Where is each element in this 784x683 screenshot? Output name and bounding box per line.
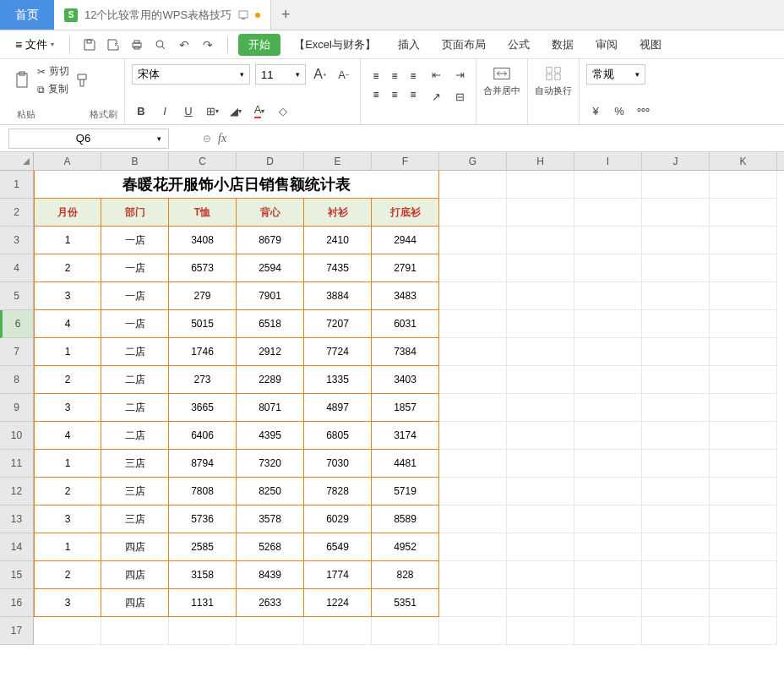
- cell[interactable]: [439, 254, 507, 282]
- align-left-icon[interactable]: ≡: [368, 86, 384, 103]
- table-cell[interactable]: 三店: [101, 450, 169, 478]
- cell[interactable]: [507, 227, 574, 254]
- table-cell[interactable]: 828: [372, 561, 439, 589]
- fx-icon[interactable]: fx: [218, 132, 226, 145]
- table-cell[interactable]: 4: [34, 422, 101, 450]
- cell[interactable]: [574, 450, 642, 478]
- cell[interactable]: [642, 533, 710, 561]
- cell[interactable]: [574, 338, 642, 366]
- cell[interactable]: [439, 338, 507, 366]
- row-header[interactable]: 2: [0, 199, 34, 227]
- cell[interactable]: [710, 310, 777, 338]
- cell[interactable]: [710, 171, 777, 199]
- table-cell[interactable]: 2633: [237, 589, 304, 617]
- table-cell[interactable]: 二店: [101, 394, 169, 422]
- cell[interactable]: [507, 338, 574, 366]
- table-cell[interactable]: 279: [169, 282, 237, 310]
- cell[interactable]: [169, 617, 237, 645]
- table-cell[interactable]: 8679: [237, 227, 304, 254]
- cell[interactable]: [642, 561, 710, 589]
- table-cell[interactable]: 1131: [169, 589, 237, 617]
- cell[interactable]: [574, 171, 642, 199]
- redo-icon[interactable]: ↷: [199, 36, 217, 54]
- align-top-left-icon[interactable]: ≡: [368, 68, 384, 85]
- table-cell[interactable]: 一店: [101, 310, 169, 338]
- cell[interactable]: [507, 617, 574, 645]
- table-cell[interactable]: 3665: [169, 394, 237, 422]
- tab-data[interactable]: 数据: [543, 32, 582, 57]
- column-header[interactable]: F: [372, 152, 439, 170]
- table-cell[interactable]: 3483: [372, 282, 439, 310]
- cell[interactable]: [574, 282, 642, 310]
- percent-icon[interactable]: %: [610, 101, 629, 121]
- cell[interactable]: [439, 533, 507, 561]
- row-header[interactable]: 16: [0, 589, 34, 617]
- row-header[interactable]: 12: [0, 478, 34, 505]
- row-header[interactable]: 11: [0, 450, 34, 478]
- table-cell[interactable]: 3403: [372, 366, 439, 394]
- format-painter-button[interactable]: [74, 71, 93, 90]
- table-cell[interactable]: 3: [34, 394, 101, 422]
- cell[interactable]: [642, 394, 710, 422]
- cell[interactable]: [710, 422, 777, 450]
- currency-icon[interactable]: ¥: [586, 101, 605, 121]
- row-header[interactable]: 14: [0, 533, 34, 561]
- align-top-center-icon[interactable]: ≡: [386, 68, 403, 85]
- table-cell[interactable]: 7828: [304, 478, 372, 505]
- file-menu[interactable]: ≡ 文件 ▾: [10, 34, 59, 56]
- cell[interactable]: [710, 617, 777, 645]
- merge-center-button[interactable]: 合并居中: [483, 64, 520, 97]
- table-cell[interactable]: 3408: [169, 227, 237, 254]
- column-header[interactable]: B: [101, 152, 169, 170]
- table-cell[interactable]: 四店: [101, 561, 169, 589]
- table-cell[interactable]: 4897: [304, 394, 372, 422]
- table-cell[interactable]: 6031: [372, 310, 439, 338]
- row-header[interactable]: 5: [0, 282, 34, 310]
- cell[interactable]: [642, 171, 710, 199]
- cell[interactable]: [439, 505, 507, 533]
- cell[interactable]: [710, 533, 777, 561]
- table-cell[interactable]: 6549: [304, 533, 372, 561]
- cell[interactable]: [642, 617, 710, 645]
- table-cell[interactable]: 二店: [101, 422, 169, 450]
- cell[interactable]: [710, 394, 777, 422]
- column-header[interactable]: I: [574, 152, 642, 170]
- cell[interactable]: [642, 478, 710, 505]
- cell[interactable]: [710, 282, 777, 310]
- table-cell[interactable]: 二店: [101, 338, 169, 366]
- table-cell[interactable]: 1: [34, 227, 101, 254]
- comma-icon[interactable]: ᵒᵒᵒ: [634, 101, 652, 121]
- cell[interactable]: [642, 338, 710, 366]
- cell[interactable]: [507, 254, 574, 282]
- cell[interactable]: [439, 227, 507, 254]
- table-cell[interactable]: 3884: [304, 282, 372, 310]
- cell[interactable]: [372, 617, 439, 645]
- row-header[interactable]: 9: [0, 394, 34, 422]
- clear-format-button[interactable]: ◇: [274, 101, 292, 121]
- cell[interactable]: [507, 171, 574, 199]
- table-cell[interactable]: 一店: [101, 282, 169, 310]
- table-cell[interactable]: 2289: [237, 366, 304, 394]
- cell[interactable]: [574, 394, 642, 422]
- cancel-icon[interactable]: ⊖: [203, 133, 211, 145]
- tab-page-layout[interactable]: 页面布局: [433, 32, 494, 57]
- tab-formulas[interactable]: 公式: [499, 32, 538, 57]
- cell[interactable]: [507, 561, 574, 589]
- cell[interactable]: [574, 366, 642, 394]
- cell[interactable]: [574, 561, 642, 589]
- undo-icon[interactable]: ↶: [175, 36, 193, 54]
- border-button[interactable]: ⊞▾: [203, 101, 221, 121]
- cell[interactable]: [574, 310, 642, 338]
- cell[interactable]: [439, 478, 507, 505]
- cell[interactable]: [642, 310, 710, 338]
- cell[interactable]: [507, 478, 574, 505]
- row-header[interactable]: 7: [0, 338, 34, 366]
- cell[interactable]: [574, 617, 642, 645]
- cell[interactable]: [574, 478, 642, 505]
- table-cell[interactable]: 3: [34, 589, 101, 617]
- cell[interactable]: [574, 533, 642, 561]
- table-column-header[interactable]: 背心: [237, 199, 304, 227]
- cell[interactable]: [710, 450, 777, 478]
- table-cell[interactable]: 5015: [169, 310, 237, 338]
- table-cell[interactable]: 四店: [101, 589, 169, 617]
